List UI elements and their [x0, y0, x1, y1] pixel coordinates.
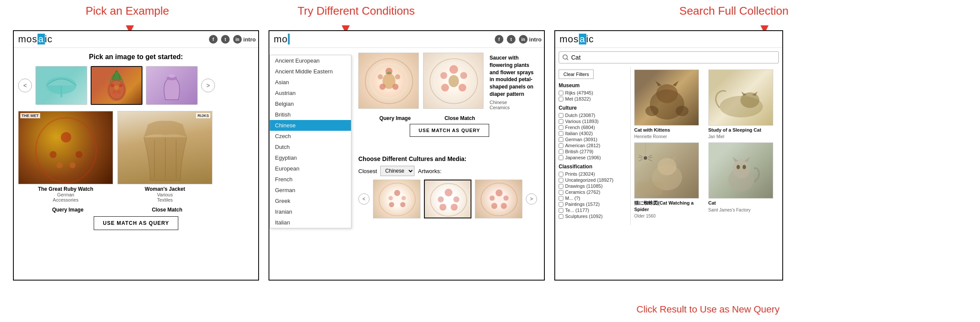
result-card-4[interactable]: Cat Saint James's Factory: [708, 142, 779, 218]
dropdown-item-german[interactable]: German: [270, 185, 351, 196]
filter-met[interactable]: Met (18322): [559, 96, 627, 101]
checkbox-italian[interactable]: [559, 131, 563, 136]
twitter-icon[interactable]: t: [221, 35, 230, 44]
checkbox-german[interactable]: [559, 137, 563, 142]
checkbox-french[interactable]: [559, 125, 563, 130]
dropdown-item-austrian[interactable]: Austrian: [270, 88, 351, 98]
result-card-3[interactable]: 猫に蜘蛛図(Cat Watching a Spider Older 1560: [634, 142, 705, 218]
clear-filters-btn[interactable]: Clear Filters: [559, 69, 594, 79]
culture-dropdown[interactable]: Ancient European Ancient Middle Eastern …: [269, 55, 351, 228]
svg-point-7: [113, 90, 116, 94]
checkbox-paintings[interactable]: [559, 202, 563, 207]
culture-select[interactable]: Chinese: [380, 166, 414, 176]
result-card-1[interactable]: Cat with Kittens Henriette Ronner: [634, 69, 705, 139]
checkbox-uncategorized[interactable]: [559, 178, 563, 183]
checkbox-prints[interactable]: [559, 172, 563, 177]
prev-arrow-p2[interactable]: <: [358, 193, 370, 205]
checkbox-met[interactable]: [559, 97, 563, 101]
search-input[interactable]: Cat: [571, 54, 775, 61]
filter-textiles[interactable]: Te... (1177): [559, 208, 627, 213]
filter-japanese[interactable]: Japanese (1906): [559, 155, 627, 160]
dropdown-item-european[interactable]: European: [270, 163, 351, 174]
art-thumb-3[interactable]: [475, 180, 522, 218]
prev-arrow[interactable]: <: [18, 79, 32, 92]
card2-subtitle: Various: [117, 192, 212, 197]
card-womans-jacket[interactable]: RIJKS Woman: [117, 111, 212, 202]
result-card-4-title: Cat: [708, 200, 779, 206]
filter-sculptures[interactable]: Sculptures (1092): [559, 214, 627, 219]
card-ruby-watch[interactable]: THE MET The G: [18, 111, 113, 202]
use-match-btn-p1[interactable]: USE MATCH AS QUERY: [94, 216, 178, 230]
thumb-pineapple-selected[interactable]: [91, 66, 142, 105]
filter-drawings[interactable]: Drawings (11085): [559, 183, 627, 189]
use-match-btn-p2[interactable]: USE MATCH AS QUERY: [410, 124, 489, 137]
checkbox-rijks[interactable]: [559, 91, 563, 95]
intro-link-p2[interactable]: intro: [531, 35, 540, 44]
facebook-icon[interactable]: f: [209, 35, 218, 44]
svg-line-55: [567, 59, 568, 60]
dropdown-item-asian[interactable]: Asian: [270, 77, 351, 88]
next-arrow-p2[interactable]: >: [526, 193, 537, 205]
filter-dutch[interactable]: Dutch (23087): [559, 113, 627, 118]
dropdown-item-dutch[interactable]: Dutch: [270, 142, 351, 152]
filter-british[interactable]: British (2779): [559, 149, 627, 154]
svg-point-31: [460, 72, 467, 79]
thumb-umbrella[interactable]: [35, 66, 87, 105]
dropdown-item-egyptian[interactable]: Egyptian: [270, 152, 351, 163]
checkbox-drawings[interactable]: [559, 184, 563, 189]
dropdown-item-ancient-european[interactable]: Ancient European: [270, 55, 351, 66]
svg-point-63: [658, 158, 677, 175]
svg-point-10: [168, 74, 175, 78]
dropdown-item-italian[interactable]: Italian: [270, 217, 351, 228]
checkbox-british[interactable]: [559, 149, 563, 154]
svg-point-40: [389, 202, 394, 207]
next-arrow[interactable]: >: [201, 79, 215, 92]
filter-rijks[interactable]: Rijks (47945): [559, 90, 627, 95]
linkedin-icon-p2[interactable]: in: [519, 35, 528, 44]
svg-point-35: [449, 75, 459, 87]
linkedin-icon[interactable]: in: [233, 35, 242, 44]
dropdown-item-chinese[interactable]: Chinese: [270, 120, 351, 131]
dropdown-item-iranian[interactable]: Iranian: [270, 206, 351, 217]
checkbox-textiles[interactable]: [559, 208, 563, 213]
svg-point-32: [458, 84, 466, 92]
result-card-2[interactable]: Study of a Sleeping Cat Jan Miel: [708, 69, 779, 139]
art-thumb-2-selected[interactable]: [424, 180, 471, 218]
dropdown-item-ancient-middle[interactable]: Ancient Middle Eastern: [270, 66, 351, 77]
filter-paintings[interactable]: Paintings (1572): [559, 202, 627, 207]
thumb-vase[interactable]: [146, 66, 198, 105]
checkbox-japanese[interactable]: [559, 155, 563, 160]
filter-french[interactable]: French (6804): [559, 125, 627, 130]
checkbox-american[interactable]: [559, 143, 563, 148]
filter-prints[interactable]: Prints (23024): [559, 171, 627, 177]
filter-ceramics[interactable]: Ceramics (2762): [559, 189, 627, 195]
art-thumb-1[interactable]: [373, 180, 420, 218]
section-title-p2: Choose Different Cultures and Media:: [358, 155, 541, 162]
checkbox-dutch[interactable]: [559, 113, 563, 118]
dropdown-item-belgian[interactable]: Belgian: [270, 98, 351, 109]
dropdown-item-czech[interactable]: Czech: [270, 131, 351, 142]
svg-point-51: [501, 203, 507, 209]
annotation-search-collection: Search Full Collection: [661, 4, 807, 18]
filter-m[interactable]: M... (?): [559, 196, 627, 201]
search-bar[interactable]: Cat: [559, 51, 779, 63]
intro-link[interactable]: intro: [245, 35, 254, 44]
facebook-icon-p2[interactable]: f: [495, 35, 503, 44]
dropdown-item-french[interactable]: French: [270, 174, 351, 185]
filter-uncategorized[interactable]: Uncategorized (18927): [559, 177, 627, 183]
dropdown-item-british[interactable]: British: [270, 109, 351, 120]
checkbox-ceramics[interactable]: [559, 190, 563, 195]
twitter-icon-p2[interactable]: t: [507, 35, 515, 44]
filter-various[interactable]: Various (11893): [559, 119, 627, 124]
checkbox-m[interactable]: [559, 196, 563, 201]
filter-museum-title: Museum: [559, 82, 627, 88]
filter-italian[interactable]: Italian (4302): [559, 131, 627, 136]
dropdown-item-greek[interactable]: Greek: [270, 196, 351, 206]
card1-title: The Great Ruby Watch: [18, 186, 113, 192]
annotation-try-conditions: Try Different Conditions: [294, 4, 419, 18]
filter-american[interactable]: American (2812): [559, 143, 627, 148]
filter-german[interactable]: German (3091): [559, 137, 627, 142]
checkbox-sculptures[interactable]: [559, 214, 563, 219]
artworks-label: Artworks:: [418, 168, 441, 174]
checkbox-various[interactable]: [559, 119, 563, 124]
